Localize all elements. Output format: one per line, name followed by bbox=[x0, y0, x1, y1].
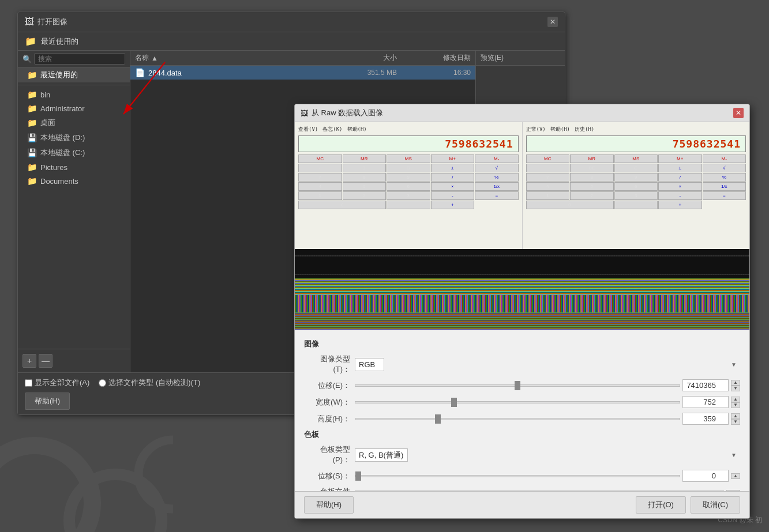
sidebar-item-desktop[interactable]: 📁 桌面 bbox=[18, 115, 130, 130]
offset-e-input[interactable] bbox=[682, 379, 729, 391]
sort-icon: ▲ bbox=[151, 54, 158, 62]
calc-right-buttons: MC MR MS M+ M- ← CE C ± √ 7 8 9 / % 4 5 bbox=[526, 154, 747, 209]
palette-type-select[interactable]: R, G, B(普通) R, G, B, A 灰度 bbox=[355, 448, 408, 462]
sidebar-add-button[interactable]: + bbox=[22, 354, 36, 368]
width-slider[interactable] bbox=[355, 401, 680, 403]
file-type-input[interactable] bbox=[99, 379, 106, 387]
open-dialog-title: 🖼 打开图像 bbox=[25, 17, 67, 27]
sidebar-remove-button[interactable]: — bbox=[39, 354, 52, 368]
palette-offset-spinner: ▲ bbox=[731, 473, 740, 479]
pictures-folder-icon: 📁 bbox=[27, 163, 37, 172]
noise-band-color2 bbox=[295, 295, 749, 312]
raw-action-buttons: 打开(O) 取消(C) bbox=[636, 496, 740, 514]
sidebar-search-area: 🔍 bbox=[18, 51, 130, 67]
sidebar-item-admin-label: Administrator bbox=[40, 104, 85, 113]
palette-type-control: R, G, B(普通) R, G, B, A 灰度 ▼ bbox=[355, 448, 740, 462]
offset-e-slider[interactable] bbox=[355, 384, 680, 387]
palette-offset-up[interactable]: ▲ bbox=[731, 473, 740, 479]
col-name-label: 名称 bbox=[135, 53, 149, 63]
palette-offset-label: 位移(S)： bbox=[304, 471, 350, 481]
breadcrumb-label: 最近使用的 bbox=[41, 36, 78, 47]
raw-settings-area: 图像 图像类型(T)： RGB RGBA Gray ▼ 位移(E)： bbox=[295, 330, 749, 491]
col-size-header[interactable]: 大小 bbox=[344, 53, 402, 63]
raw-help-button[interactable]: 帮助(H) bbox=[304, 496, 354, 514]
calc-right-menu: 正常(V) 帮助(H) 历史(H) bbox=[526, 126, 747, 133]
show-all-files-checkbox[interactable]: 显示全部文件(A) bbox=[25, 378, 89, 388]
file-type-radio[interactable]: 选择文件类型 (自动检测)(T) bbox=[99, 378, 200, 388]
height-row: 高度(H)： ▲ ▼ bbox=[304, 413, 740, 425]
raw-preview-area: 查看(V) 备忘(K) 帮助(H) 7598632541 MC MR MS M+… bbox=[295, 122, 749, 330]
col-date-header[interactable]: 修改日期 bbox=[402, 53, 471, 63]
raw-bottom: 帮助(H) 打开(O) 取消(C) bbox=[295, 491, 749, 518]
calc-left-menu: 查看(V) 备忘(K) 帮助(H) bbox=[298, 126, 519, 133]
height-label: 高度(H)： bbox=[304, 414, 350, 424]
palette-offset-label-text: 位移(S)： bbox=[318, 471, 350, 480]
col-name-header[interactable]: 名称 ▲ bbox=[135, 53, 344, 63]
admin-folder-icon: 📁 bbox=[27, 104, 37, 113]
sidebar-bottom: + — bbox=[18, 349, 130, 372]
offset-e-row: 位移(E)： ▲ ▼ bbox=[304, 379, 740, 391]
col-size-label: 大小 bbox=[383, 54, 397, 62]
palette-file-label-text: 色板文件(E)： bbox=[320, 487, 350, 491]
palette-offset-slider[interactable] bbox=[355, 475, 680, 477]
offset-e-down[interactable]: ▼ bbox=[731, 386, 740, 391]
image-type-row: 图像类型(T)： RGB RGBA Gray ▼ bbox=[304, 354, 740, 375]
sidebar-item-local-c-label: 本地磁盘 (C:) bbox=[40, 148, 85, 158]
calc-preview: 查看(V) 备忘(K) 帮助(H) 7598632541 MC MR MS M+… bbox=[295, 122, 749, 249]
sidebar-item-documents[interactable]: 📁 Documents bbox=[18, 174, 130, 188]
height-slider[interactable] bbox=[355, 418, 680, 420]
image-type-select[interactable]: RGB RGBA Gray bbox=[355, 358, 384, 371]
offset-e-label-text: 位移(E)： bbox=[318, 381, 350, 390]
sidebar-item-pictures[interactable]: 📁 Pictures bbox=[18, 160, 130, 174]
sidebar-item-bin[interactable]: 📁 bin bbox=[18, 88, 130, 101]
calc-right: 正常(V) 帮助(H) 历史(H) 7598632541 MC MR MS M+… bbox=[523, 122, 750, 249]
file-row[interactable]: 📄 2844.data 351.5 MB 16:30 bbox=[130, 66, 475, 80]
offset-e-up[interactable]: ▲ bbox=[731, 380, 740, 386]
width-label-text: 宽度(W)： bbox=[316, 398, 350, 406]
sidebar-item-recent[interactable]: 📁 最近使用的 bbox=[18, 67, 130, 82]
preview-label: 预览(E) bbox=[481, 54, 504, 62]
palette-offset-input[interactable] bbox=[682, 470, 729, 482]
noise-band-color3 bbox=[295, 312, 749, 330]
width-up[interactable]: ▲ bbox=[731, 397, 740, 402]
palette-type-row: 色板类型(P)： R, G, B(普通) R, G, B, A 灰度 ▼ bbox=[304, 444, 740, 465]
sidebar-item-administrator[interactable]: 📁 Administrator bbox=[18, 101, 130, 115]
svg-point-6 bbox=[0, 446, 92, 532]
width-spinner: ▲ ▼ bbox=[731, 397, 740, 408]
file-icon: 📄 bbox=[135, 68, 145, 77]
width-input[interactable] bbox=[682, 396, 729, 408]
raw-dialog-close-button[interactable]: ✕ bbox=[733, 108, 744, 118]
file-list-header: 名称 ▲ 大小 修改日期 bbox=[130, 51, 475, 66]
height-input[interactable] bbox=[682, 413, 729, 425]
calc-left: 查看(V) 备忘(K) 帮助(H) 7598632541 MC MR MS M+… bbox=[295, 122, 523, 249]
sidebar-item-local-c[interactable]: 💾 本地磁盘 (C:) bbox=[18, 145, 130, 160]
raw-open-button[interactable]: 打开(O) bbox=[636, 496, 686, 514]
palette-offset-control: ▲ bbox=[355, 470, 740, 482]
sidebar-item-desktop-label: 桌面 bbox=[40, 118, 55, 128]
show-all-files-input[interactable] bbox=[25, 379, 32, 387]
sidebar-item-local-d[interactable]: 💾 本地磁盘 (D:) bbox=[18, 130, 130, 145]
palette-type-label-text: 色板类型(P)： bbox=[320, 445, 350, 464]
sidebar-divider bbox=[18, 85, 130, 85]
open-dialog-close-button[interactable]: ✕ bbox=[547, 17, 558, 27]
dialog-title-icon: 🖼 bbox=[25, 17, 34, 27]
calc-left-display: 7598632541 bbox=[298, 135, 519, 152]
documents-folder-icon: 📁 bbox=[27, 176, 37, 186]
file-name: 2844.data bbox=[148, 69, 182, 77]
raw-data-dialog[interactable]: 🖼 从 Raw 数据载入图像 ✕ 查看(V) 备忘(K) 帮助(H) 75986… bbox=[294, 104, 750, 519]
image-type-control: RGB RGBA Gray ▼ bbox=[355, 358, 740, 371]
width-down[interactable]: ▼ bbox=[731, 402, 740, 408]
sidebar-item-recent-label: 最近使用的 bbox=[40, 70, 78, 80]
search-input[interactable] bbox=[34, 53, 125, 65]
width-row: 宽度(W)： ▲ ▼ bbox=[304, 396, 740, 408]
col-date-label: 修改日期 bbox=[443, 54, 471, 62]
open-dialog-help-button[interactable]: 帮助(H) bbox=[25, 393, 70, 410]
sidebar-item-local-d-label: 本地磁盘 (D:) bbox=[40, 133, 85, 143]
height-up[interactable]: ▲ bbox=[731, 413, 740, 419]
raw-cancel-button[interactable]: 取消(C) bbox=[691, 496, 740, 514]
sidebar: 🔍 📁 最近使用的 📁 bin 📁 Administrator 📁 桌面 bbox=[18, 51, 130, 372]
height-down[interactable]: ▼ bbox=[731, 419, 740, 425]
breadcrumb-bar: 📁 最近使用的 bbox=[18, 32, 565, 51]
palette-section-title: 色板 bbox=[304, 429, 740, 440]
image-type-label-text: 图像类型(T)： bbox=[320, 354, 350, 373]
